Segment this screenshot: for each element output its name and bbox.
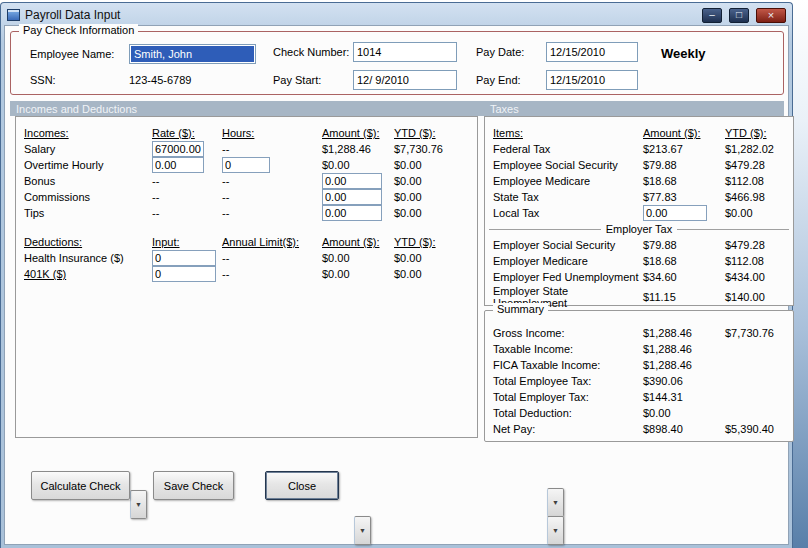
summary-ytd: $5,390.40	[725, 423, 793, 435]
deduction-amount: $0.00	[322, 252, 394, 264]
save-check-button[interactable]: Save Check	[153, 471, 234, 500]
maximize-icon: □	[736, 10, 742, 20]
close-window-button[interactable]: ×	[756, 8, 786, 23]
summary-group: Summary Gross Income: $1,288.46 $7,730.7…	[484, 310, 794, 442]
tax-row-employee-medicare: Employee Medicare $18.68 $112.08	[485, 173, 793, 189]
pay-date-value: 12/15/2010	[547, 43, 637, 61]
pay-frequency-label: Weekly	[661, 46, 706, 61]
summary-row-net-pay: Net Pay: $898.40 $5,390.40	[485, 421, 793, 437]
close-button[interactable]: Close	[265, 471, 339, 500]
summary-amount: $144.31	[643, 391, 725, 403]
tax-row-employer-social-security: Employer Social Security $79.88 $479.28	[485, 237, 793, 253]
employee-name-label: Employee Name:	[30, 48, 114, 60]
pay-end-value: 12/15/2010	[547, 71, 637, 89]
income-hours: --	[222, 143, 322, 155]
tax-ytd: $112.08	[725, 255, 793, 267]
tips-amount-input[interactable]	[322, 205, 382, 221]
deductions-col-header: Deductions:	[24, 236, 152, 248]
check-number-input[interactable]	[353, 42, 457, 62]
chevron-down-icon[interactable]: ▼	[354, 516, 371, 545]
window-title: Payroll Data Input	[25, 8, 120, 22]
health-insurance-input[interactable]	[152, 250, 216, 266]
tax-label: Employer Social Security	[493, 239, 643, 251]
annual-limit-col-header: Annual Limit($):	[222, 236, 322, 248]
ytd-col-header: YTD ($):	[725, 127, 793, 139]
employee-name-value: Smith, John	[131, 46, 254, 62]
tax-label: Federal Tax	[493, 143, 643, 155]
tax-row-employer-fed-unemployment: Employer Fed Unemployment $34.60 $434.00	[485, 269, 793, 285]
tax-row-employee-social-security: Employee Social Security $79.88 $479.28	[485, 157, 793, 173]
tax-ytd: $479.28	[725, 239, 793, 251]
summary-amount: $1,288.46	[643, 327, 725, 339]
deductions-header-row: Deductions: Input: Annual Limit($): Amou…	[16, 234, 477, 250]
tax-amount: $11.15	[643, 291, 725, 303]
summary-row-taxable: Taxable Income: $1,288.46	[485, 341, 793, 357]
chevron-down-icon[interactable]: ▼	[130, 490, 147, 519]
bonus-amount-input[interactable]	[322, 173, 382, 189]
chevron-down-icon[interactable]: ▼	[547, 516, 564, 545]
summary-row-fica-taxable: FICA Taxable Income: $1,288.46	[485, 357, 793, 373]
summary-row-total-employee-tax: Total Employee Tax: $390.06	[485, 373, 793, 389]
summary-amount: $1,288.46	[643, 359, 725, 371]
income-ytd: $0.00	[394, 191, 477, 203]
section-band: Incomes and Deductions Taxes	[10, 101, 784, 116]
summary-legend: Summary	[493, 303, 548, 315]
income-rate: --	[152, 175, 222, 187]
overtime-rate-input[interactable]	[152, 157, 204, 173]
amount-col-header: Amount ($):	[643, 127, 725, 139]
income-row-commissions: Commissions -- -- $0.00	[16, 189, 477, 205]
income-label: Salary	[24, 143, 152, 155]
minimize-icon: –	[709, 10, 715, 20]
income-label: Bonus	[24, 175, 152, 187]
income-hours: --	[222, 191, 322, 203]
commissions-amount-input[interactable]	[322, 189, 382, 205]
summary-label: Total Employee Tax:	[493, 375, 643, 387]
tax-row-federal: Federal Tax $213.67 $1,282.02	[485, 141, 793, 157]
summary-label: Gross Income:	[493, 327, 643, 339]
income-label: Commissions	[24, 191, 152, 203]
pay-start-datepicker[interactable]: 12/ 9/2010 ▼	[353, 70, 457, 90]
tax-amount: $79.88	[643, 159, 725, 171]
taxes-header-row: Items: Amount ($): YTD ($):	[485, 125, 793, 141]
maximize-button[interactable]: □	[729, 8, 749, 23]
employer-tax-separator: Employer Tax	[485, 221, 793, 237]
minimize-button[interactable]: –	[702, 8, 722, 23]
401k-link[interactable]: 401K ($)	[24, 268, 152, 280]
tax-label: Employer Fed Unemployment	[493, 271, 643, 283]
overtime-hours-input[interactable]	[222, 157, 270, 173]
summary-amount: $0.00	[643, 407, 725, 419]
401k-input[interactable]	[152, 266, 216, 282]
separator-line	[677, 229, 789, 230]
salary-rate-input[interactable]	[152, 141, 204, 157]
summary-row-total-employer-tax: Total Employer Tax: $144.31	[485, 389, 793, 405]
paycheck-info-group: Pay Check Information Employee Name: Smi…	[10, 31, 784, 95]
pay-end-datepicker[interactable]: 12/15/2010 ▼	[546, 70, 638, 90]
local-tax-input[interactable]	[643, 205, 707, 221]
tax-label: Employer Medicare	[493, 255, 643, 267]
summary-label: Total Deduction:	[493, 407, 643, 419]
tax-amount: $79.88	[643, 239, 725, 251]
tax-amount: $18.68	[643, 175, 725, 187]
incomes-header-row: Incomes: Rate ($): Hours: Amount ($): YT…	[16, 125, 477, 141]
pay-end-label: Pay End:	[476, 74, 521, 86]
calculate-check-button[interactable]: Calculate Check	[31, 471, 130, 500]
close-icon: ×	[768, 10, 774, 21]
ssn-label: SSN:	[30, 74, 56, 86]
income-ytd: $0.00	[394, 159, 477, 171]
income-row-bonus: Bonus -- -- $0.00	[16, 173, 477, 189]
tax-ytd: $112.08	[725, 175, 793, 187]
input-col-header: Input:	[152, 236, 222, 248]
pay-start-value: 12/ 9/2010	[354, 71, 456, 89]
tax-label: Local Tax	[493, 207, 643, 219]
employee-name-combobox[interactable]: Smith, John ▼	[129, 44, 256, 64]
titlebar[interactable]: Payroll Data Input – □ ×	[4, 5, 789, 25]
pay-date-datepicker[interactable]: 12/15/2010 ▼	[546, 42, 638, 62]
income-row-overtime: Overtime Hourly $0.00 $0.00	[16, 157, 477, 173]
summary-label: Total Employer Tax:	[493, 391, 643, 403]
taxes-panel: Items: Amount ($): YTD ($): Federal Tax …	[484, 116, 794, 306]
tax-ytd: $140.00	[725, 291, 793, 303]
employer-tax-header: Employer Tax	[601, 223, 677, 235]
incomes-col-header: Incomes:	[24, 127, 152, 139]
chevron-down-icon[interactable]: ▼	[547, 488, 564, 517]
deduction-ytd: $0.00	[394, 268, 477, 280]
